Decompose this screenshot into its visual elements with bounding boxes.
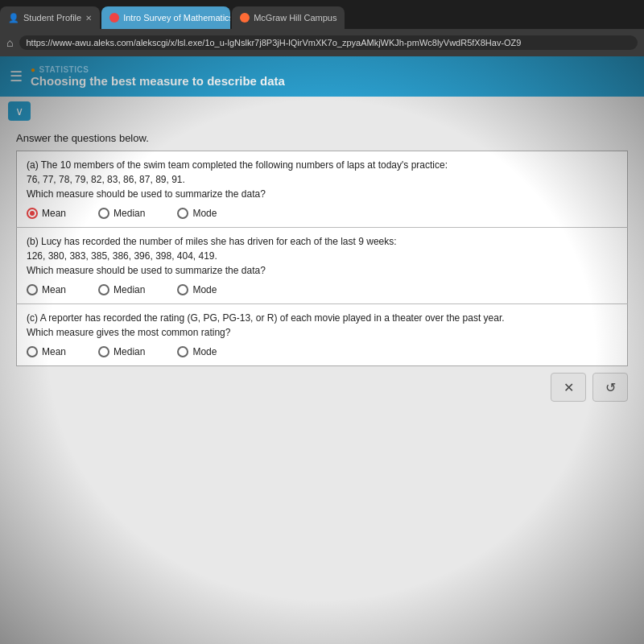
tab-aleks-icon: [109, 13, 119, 23]
question-row-a: (a) The 10 members of the swim team comp…: [17, 151, 628, 228]
radio-b-median[interactable]: [98, 284, 109, 295]
question-prompt-c: Which measure gives the most common rati…: [27, 327, 230, 338]
tab-intro-label: Intro Survey of Mathematics (13: [123, 13, 230, 23]
option-b-mode[interactable]: Mode: [177, 284, 217, 295]
option-c-mode[interactable]: Mode: [177, 346, 217, 357]
reset-button[interactable]: ↺: [592, 373, 628, 402]
status-dot: ●: [31, 65, 36, 74]
option-c-mode-label: Mode: [192, 346, 217, 357]
tab-intro-survey[interactable]: Intro Survey of Mathematics (13 ✕: [101, 6, 230, 29]
question-text-b: (b) Lucy has recorded the number of mile…: [17, 228, 627, 281]
option-c-median-label: Median: [114, 346, 145, 357]
page-content: ☰ ●STATISTICS Choosing the best measure …: [0, 56, 644, 644]
option-b-mean[interactable]: Mean: [27, 284, 66, 295]
question-prompt-a: Which measure should be used to summariz…: [27, 188, 266, 200]
radio-a-mean[interactable]: [27, 208, 38, 219]
question-data-a: 76, 77, 78, 79, 82, 83, 86, 87, 89, 91.: [27, 174, 185, 185]
option-c-median[interactable]: Median: [98, 346, 145, 357]
tab-mcgraw-icon: [240, 13, 250, 23]
option-b-median[interactable]: Median: [98, 284, 145, 295]
radio-b-mode[interactable]: [177, 284, 188, 295]
options-row-a: Mean Median Mode: [17, 204, 627, 227]
question-row-b: (b) Lucy has recorded the number of mile…: [17, 228, 628, 304]
option-a-mean[interactable]: Mean: [27, 208, 66, 219]
tab-student-profile[interactable]: 👤 Student Profile ✕: [0, 6, 100, 29]
menu-icon[interactable]: ☰: [10, 68, 23, 85]
option-b-mode-label: Mode: [192, 284, 217, 295]
radio-a-median[interactable]: [98, 208, 109, 219]
options-row-b: Mean Median Mode: [17, 281, 627, 303]
question-prompt-b: Which measure should be used to summariz…: [27, 265, 266, 276]
nav-main-title: Choosing the best measure to describe da…: [31, 74, 285, 88]
tab-mcgraw-label: McGraw Hill Campus: [254, 13, 336, 23]
radio-a-mode[interactable]: [177, 208, 188, 219]
option-a-mean-label: Mean: [42, 208, 66, 219]
tab-mcgraw[interactable]: McGraw Hill Campus: [232, 6, 345, 29]
quiz-area: Answer the questions below. (a) The 10 m…: [0, 126, 644, 366]
option-c-mean-label: Mean: [42, 346, 66, 357]
question-row-c: (c) A reporter has recorded the rating (…: [17, 304, 628, 366]
nav-subtitle: ●STATISTICS: [31, 65, 285, 74]
tab-bar: 👤 Student Profile ✕ Intro Survey of Math…: [0, 0, 644, 29]
option-b-mean-label: Mean: [42, 284, 66, 295]
browser-chrome: 👤 Student Profile ✕ Intro Survey of Math…: [0, 0, 644, 56]
question-table: (a) The 10 members of the swim team comp…: [16, 151, 628, 366]
instructions: Answer the questions below.: [16, 132, 628, 144]
option-c-mean[interactable]: Mean: [27, 346, 66, 357]
option-a-median-label: Median: [114, 208, 145, 219]
question-data-b: 126, 380, 383, 385, 386, 396, 398, 404, …: [27, 250, 217, 262]
tab-profile-label: Student Profile: [23, 13, 81, 23]
question-text-c: (c) A reporter has recorded the rating (…: [17, 304, 627, 343]
nav-title-area: ●STATISTICS Choosing the best measure to…: [31, 65, 285, 88]
address-bar: ⌂ https://www-awu.aleks.com/alekscgi/x/l…: [0, 29, 644, 56]
options-row-c: Mean Median Mode: [17, 343, 627, 365]
url-input[interactable]: https://www-awu.aleks.com/alekscgi/x/lsl…: [19, 35, 638, 50]
top-nav: ☰ ●STATISTICS Choosing the best measure …: [0, 56, 644, 97]
home-button[interactable]: ⌂: [6, 36, 13, 49]
radio-c-mean[interactable]: [27, 346, 38, 357]
option-b-median-label: Median: [114, 284, 145, 295]
radio-c-mode[interactable]: [177, 346, 188, 357]
action-bar: ✕ ↺: [0, 366, 644, 408]
question-text-a: (a) The 10 members of the swim team comp…: [17, 151, 627, 204]
option-a-median[interactable]: Median: [98, 208, 145, 219]
radio-b-mean[interactable]: [27, 284, 38, 295]
radio-c-median[interactable]: [98, 346, 109, 357]
expand-button[interactable]: ∨: [8, 101, 31, 121]
option-a-mode[interactable]: Mode: [177, 208, 217, 219]
tab-profile-icon: 👤: [8, 13, 19, 23]
clear-button[interactable]: ✕: [551, 373, 586, 402]
tab-close-profile[interactable]: ✕: [85, 14, 92, 23]
option-a-mode-label: Mode: [192, 208, 217, 219]
